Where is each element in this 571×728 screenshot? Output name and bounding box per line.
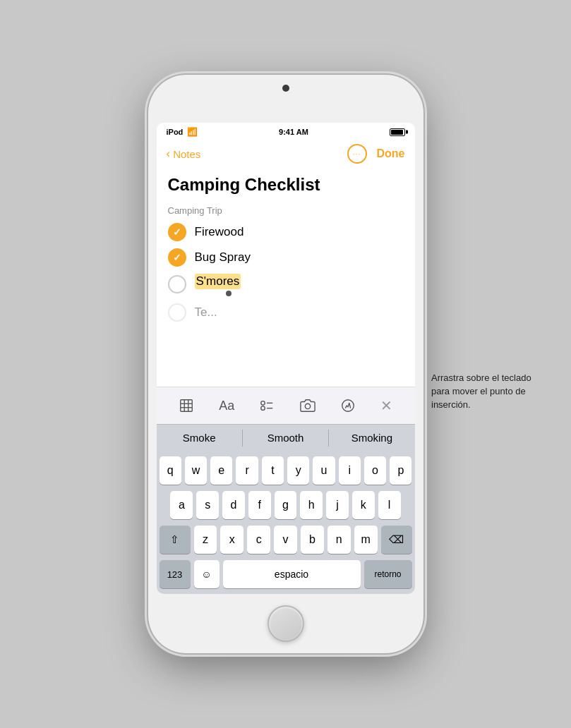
- close-icon: ✕: [380, 397, 392, 414]
- keyboard-row-2: a s d f g h j k l: [160, 491, 412, 519]
- key-u[interactable]: u: [313, 456, 335, 485]
- key-t[interactable]: t: [262, 456, 284, 485]
- emoji-key[interactable]: ☺: [194, 560, 220, 588]
- annotation-text: Arrastra sobre el teclado para mover el …: [431, 372, 551, 412]
- battery-icon: [390, 128, 405, 136]
- device-shell: iPod 📶 9:41 AM ‹ Notes ···: [148, 75, 423, 653]
- key-w[interactable]: w: [185, 456, 207, 485]
- markup-button[interactable]: [335, 395, 361, 416]
- back-label: Notes: [173, 148, 200, 160]
- shift-key[interactable]: ⇧: [160, 526, 191, 554]
- table-button[interactable]: [173, 395, 200, 416]
- close-keyboard-button[interactable]: ✕: [375, 394, 398, 417]
- checklist-item: Bug Spray: [168, 248, 404, 267]
- note-content: Camping Checklist Camping Trip Firewood …: [157, 169, 415, 387]
- status-time: 9:41 AM: [279, 128, 308, 136]
- item-text-smores[interactable]: S'mores: [195, 274, 241, 289]
- key-e[interactable]: e: [210, 456, 232, 485]
- svg-point-5: [261, 401, 265, 406]
- checklist-item: Firewood: [168, 223, 404, 241]
- chevron-left-icon: ‹: [167, 147, 171, 161]
- key-q[interactable]: q: [160, 456, 181, 485]
- status-bar: iPod 📶 9:41 AM: [157, 123, 415, 140]
- checklist-item: S'mores: [168, 274, 404, 296]
- status-right: [390, 128, 405, 136]
- formatting-toolbar: Aa: [157, 387, 415, 424]
- wifi-icon: 📶: [187, 127, 198, 137]
- backspace-key[interactable]: ⌫: [381, 526, 412, 554]
- space-key[interactable]: espacio: [223, 560, 361, 588]
- keyboard-row-3: ⇧ z x c v b n m ⌫: [160, 526, 412, 554]
- format-text-button[interactable]: Aa: [213, 396, 240, 416]
- note-title[interactable]: Camping Checklist: [168, 175, 404, 195]
- section-label: Camping Trip: [168, 205, 404, 216]
- nav-bar: ‹ Notes ··· Done: [157, 140, 415, 169]
- key-m[interactable]: m: [354, 526, 378, 554]
- checklist-button[interactable]: [253, 395, 280, 416]
- key-h[interactable]: h: [300, 491, 323, 519]
- checklist-icon: [259, 398, 275, 413]
- markup-icon: [340, 398, 356, 413]
- checkbox-smores[interactable]: [168, 275, 186, 293]
- svg-rect-0: [181, 400, 193, 412]
- key-x[interactable]: x: [220, 526, 244, 554]
- return-key[interactable]: retorno: [364, 560, 412, 588]
- key-p[interactable]: p: [390, 456, 411, 485]
- checkbox-tent[interactable]: [168, 303, 186, 322]
- home-button[interactable]: [268, 605, 304, 642]
- more-icon: ···: [353, 150, 361, 158]
- svg-point-9: [305, 404, 310, 408]
- table-icon: [179, 398, 194, 413]
- screen: iPod 📶 9:41 AM ‹ Notes ···: [157, 123, 415, 594]
- checkbox-bugspray[interactable]: [168, 248, 186, 267]
- key-v[interactable]: v: [274, 526, 297, 554]
- key-i[interactable]: i: [339, 456, 361, 485]
- key-s[interactable]: s: [196, 491, 219, 519]
- key-d[interactable]: d: [222, 491, 245, 519]
- format-text-icon: Aa: [219, 399, 234, 413]
- item-text-tent: Te...: [195, 305, 217, 320]
- key-c[interactable]: c: [247, 526, 270, 554]
- camera-button[interactable]: [294, 395, 321, 416]
- device-name: iPod 📶: [167, 127, 198, 137]
- autocomplete-smoke[interactable]: Smoke: [157, 425, 242, 451]
- key-l[interactable]: l: [378, 491, 401, 519]
- svg-point-7: [261, 406, 265, 411]
- checklist-item: Te...: [168, 303, 404, 322]
- keyboard[interactable]: q w e r t y u i o p a s d f g: [157, 451, 415, 594]
- key-a[interactable]: a: [170, 491, 193, 519]
- more-button[interactable]: ···: [347, 144, 367, 164]
- camera-dot: [282, 85, 289, 92]
- numbers-key[interactable]: 123: [160, 560, 191, 588]
- autocomplete-bar: Smoke Smooth Smoking: [157, 424, 415, 451]
- key-n[interactable]: n: [327, 526, 351, 554]
- key-g[interactable]: g: [275, 491, 297, 519]
- key-f[interactable]: f: [248, 491, 271, 519]
- done-button[interactable]: Done: [377, 147, 405, 160]
- key-r[interactable]: r: [236, 456, 258, 485]
- key-b[interactable]: b: [301, 526, 324, 554]
- item-text-bugspray: Bug Spray: [195, 250, 251, 265]
- key-y[interactable]: y: [287, 456, 309, 485]
- checkbox-firewood[interactable]: [168, 223, 186, 241]
- camera-icon: [300, 398, 315, 413]
- key-k[interactable]: k: [352, 491, 375, 519]
- key-j[interactable]: j: [326, 491, 349, 519]
- item-text-firewood: Firewood: [195, 225, 244, 239]
- keyboard-row-4: 123 ☺ espacio retorno: [160, 560, 412, 588]
- back-button[interactable]: ‹ Notes: [167, 147, 201, 161]
- autocomplete-smooth[interactable]: Smooth: [243, 425, 328, 451]
- key-z[interactable]: z: [194, 526, 217, 554]
- nav-actions: ··· Done: [347, 144, 405, 164]
- autocomplete-smoking[interactable]: Smoking: [329, 425, 414, 451]
- key-o[interactable]: o: [364, 456, 386, 485]
- keyboard-row-1: q w e r t y u i o p: [160, 456, 412, 485]
